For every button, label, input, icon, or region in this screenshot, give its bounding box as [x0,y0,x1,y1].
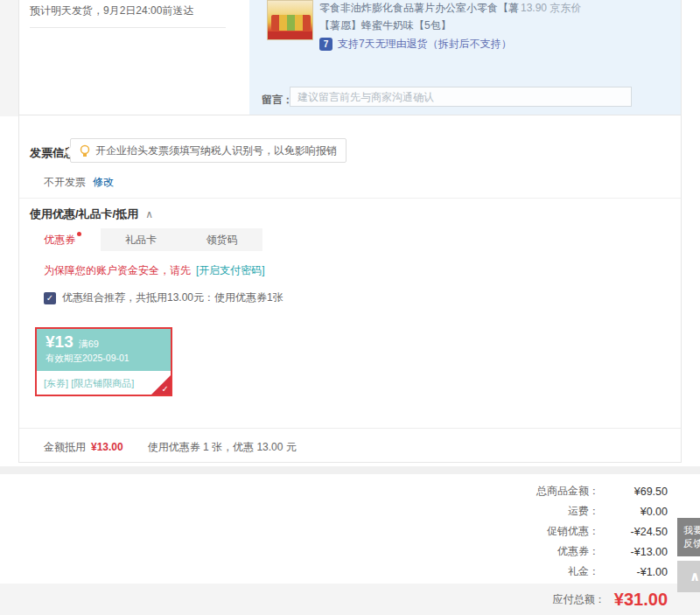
total-label: 促销优惠： [350,524,599,539]
checkout-page: 预计明天发货，9月2日24:00前送达 零食非油炸膨化食品薯片办公室小零食【薯 … [0,0,700,615]
coupon-summary-detail: 使用优惠券 1 张，优惠 13.00 元 [148,440,297,455]
coupon-card[interactable]: ¥13 满69 有效期至2025-09-01 [东券] [限店铺限商品] ✓ [35,327,172,396]
divider [19,428,681,429]
coupon-condition: 满69 [79,338,99,351]
combo-checkbox[interactable]: ✓ [44,292,56,304]
total-value: -¥13.00 [599,546,668,558]
coupon-summary-amount: ¥13.00 [91,441,123,453]
feedback-button[interactable]: 我要反馈 [677,518,700,556]
total-value: -¥24.50 [599,526,668,538]
tab-coupon[interactable]: 优惠券 [19,228,101,251]
product-price: ¥ 13.90 京东价 [512,1,581,16]
discount-tabstrip: 优惠券 礼品卡 领货码 [19,228,262,251]
message-label: 留言： [262,93,293,108]
coupon-summary-row: 金额抵用 ¥13.00 使用优惠券 1 张，优惠 13.00 元 [44,440,297,455]
tab-pickup-code-label: 领货码 [206,233,238,248]
payable-bar: 应付总额： ¥31.00 [0,584,700,615]
invoice-selection-row: 不开发票 修改 [44,175,114,190]
tab-gift-card[interactable]: 礼品卡 [101,228,182,251]
section-separator [0,466,700,474]
coupon-card-top: ¥13 满69 有效期至2025-09-01 [37,329,171,371]
invoice-tip-text: 开企业抬头发票须填写纳税人识别号，以免影响报销 [95,143,337,158]
discount-section-header[interactable]: 使用优惠/礼品卡/抵用 ∧ [30,206,153,222]
total-label: 运费： [350,504,599,519]
message-input[interactable] [290,87,632,107]
security-notice: 为保障您的账户资金安全，请先 [开启支付密码] [44,263,265,278]
price-label: 京东价 [550,2,581,14]
product-image-detail [268,31,312,39]
divider [19,198,681,199]
invoice-current-value: 不开发票 [44,175,86,190]
return-policy-text: 支持7天无理由退货（拆封后不支持） [338,37,512,52]
return-policy-row: 7 支持7天无理由退货（拆封后不支持） [319,37,512,52]
total-row-promo: 促销优惠： -¥24.50 [350,521,668,542]
collapse-caret-icon[interactable]: ∧ [145,208,153,220]
new-badge-dot [77,232,81,236]
product-image-detail [271,15,311,31]
coupon-check-icon: ✓ [162,384,169,394]
security-notice-text: 为保障您的账户资金安全，请先 [44,263,191,278]
price-value: ¥ 13.90 [512,2,547,14]
product-title-line2[interactable]: 【薯愿】蜂蜜牛奶味【5包】 [319,18,452,33]
tab-coupon-label: 优惠券 [44,233,75,248]
back-to-top-button[interactable]: ∧ [677,561,700,592]
tab-gift-card-label: 礼品卡 [125,233,157,248]
delivery-estimate: 预计明天发货，9月2日24:00前送达 [30,3,193,18]
invoice-edit-link[interactable]: 修改 [93,175,114,190]
coupon-summary-label: 金额抵用 [44,440,86,455]
order-totals: 总商品金额： ¥69.50 运费： ¥0.00 促销优惠： -¥24.50 优惠… [350,481,668,582]
total-label: 优惠券： [350,544,599,559]
product-image[interactable] [267,0,313,40]
enable-payment-password-link[interactable]: [开启支付密码] [196,263,265,278]
divider [30,27,226,28]
coupon-validity: 有效期至2025-09-01 [46,353,171,365]
bulb-icon [80,144,90,157]
total-value: ¥0.00 [599,506,668,518]
payable-label: 应付总额： [553,592,606,607]
feedback-button-label: 我要反馈 [683,524,700,550]
total-label: 总商品金额： [350,484,599,499]
combo-recommendation-row: ✓ 优惠组合推荐，共抵用13.00元：使用优惠券1张 [44,290,284,305]
divider [19,115,681,115]
total-row-gift: 礼金： -¥1.00 [350,562,668,582]
total-label: 礼金： [350,564,599,579]
total-row-shipping: 运费： ¥0.00 [350,501,668,521]
seven-day-return-icon: 7 [319,38,332,51]
combo-recommendation-text: 优惠组合推荐，共抵用13.00元：使用优惠券1张 [62,290,284,305]
total-row-coupon: 优惠券： -¥13.00 [350,542,668,562]
invoice-tip-tooltip: 开企业抬头发票须填写纳税人识别号，以免影响报销 [70,138,346,163]
payable-value: ¥31.00 [614,590,668,610]
tab-pickup-code[interactable]: 领货码 [181,228,262,251]
total-value: -¥1.00 [599,566,668,578]
discount-section-title: 使用优惠/礼品卡/抵用 [30,206,138,222]
page-gutter [0,0,18,116]
coupon-amount: ¥13 [46,332,74,352]
total-value: ¥69.50 [599,486,668,498]
total-row-goods: 总商品金额： ¥69.50 [350,481,668,501]
